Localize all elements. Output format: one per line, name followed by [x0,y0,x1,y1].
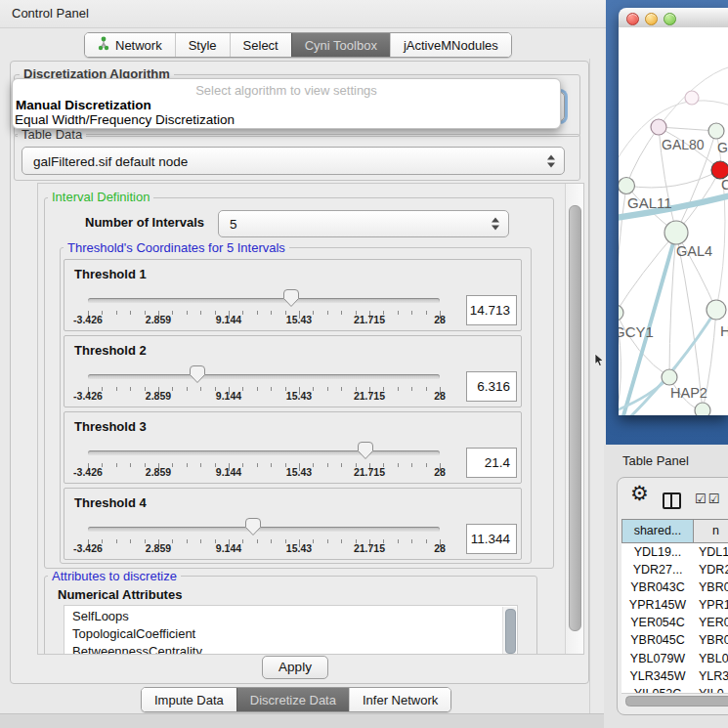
popup-option-manual-discretization[interactable]: Manual Discretization [16,98,151,112]
network-node[interactable] [664,221,688,244]
cell: YLR345W [621,667,694,685]
cell: YBR043C [621,578,694,596]
numerical-attributes-list[interactable]: SelfLoops TopologicalCoefficient Between… [64,605,518,655]
interval-definition-group-title: Interval Definition [48,190,153,204]
tab-select[interactable]: Select [230,33,291,57]
network-node[interactable] [651,119,666,135]
table-row[interactable]: YDR27...YDR2 [621,561,728,578]
table-rows: YDL19...YDL1 YDR27...YDR2 YBR043CYBR0 YP… [621,543,728,693]
slider-ticks: -3.4262.8599.14415.4321.71528 [64,412,521,483]
table-panel-body: ⚙ ☑☑ shared... n YDL19...YDL1 YDR27...YD… [617,477,728,715]
threshold-value-field[interactable]: 6.316 [466,371,517,402]
table-panel-title: Table Panel [622,453,689,468]
minimize-traffic-light-icon[interactable] [645,13,658,25]
screen: Control Panel Network Style Select Cyni … [0,0,728,728]
popup-hint-text: Select algorithm to view settings [13,83,560,98]
mouse-cursor [594,353,606,367]
split-view-icon[interactable] [663,492,681,509]
cell: YIL0 [694,685,728,693]
threshold-value-field[interactable]: 21.4 [466,448,517,478]
table-row[interactable]: YBR045CYBR0 [621,631,728,649]
vertical-scrollbar[interactable] [565,184,583,654]
tab-network[interactable]: Network [85,33,175,57]
cell: YDR2 [694,561,728,578]
tab-label: Select [243,38,278,53]
tab-cyni-toolbox[interactable]: Cyni Toolbox [291,33,390,57]
table-row[interactable]: YBL079WYBL0 [621,650,728,667]
close-traffic-light-icon[interactable] [626,13,639,25]
threshold-value-field[interactable]: 14.713 [466,295,517,325]
network-edge[interactable] [659,127,716,131]
tab-label: Infer Network [363,693,438,707]
network-edge[interactable] [676,233,703,410]
network-node[interactable] [695,403,710,415]
node-label: GCY1 [619,323,654,340]
list-scrollbar[interactable] [502,607,516,655]
network-node[interactable] [708,123,724,139]
threshold-box: Threshold 4 -3.4262.8599.14415.4321.7152… [64,488,522,560]
cell: YDL1 [694,543,728,561]
window-title: Control Panel [12,6,89,21]
table-data-select[interactable]: galFiltered.sif default node [21,147,565,175]
slider-ticks: -3.4262.8599.14415.4321.71528 [64,489,521,559]
node-label: H [720,322,728,339]
tab-style[interactable]: Style [175,33,230,57]
table-row[interactable]: YDL19...YDL1 [621,543,728,561]
cell: YLR3 [694,667,728,685]
network-node[interactable] [662,369,677,385]
network-node[interactable] [685,91,699,105]
network-edge[interactable] [716,131,725,310]
network-view-frame: GAL80GACGAL11GAL4GCY1HHAP2 [606,0,728,445]
table-panel: Table Panel ⚙ ☑☑ shared... n YDL19...YDL… [604,445,728,728]
apply-button[interactable]: Apply [262,656,328,679]
threshold-box: Threshold 3 -3.4262.8599.14415.4321.7152… [64,411,522,484]
settings-scroll-viewport: Interval Definition Number of Intervals … [37,183,584,655]
table-row[interactable]: YIL052CYIL0 [621,685,728,693]
gear-icon[interactable]: ⚙ [630,482,649,505]
network-node[interactable] [619,178,635,194]
network-canvas[interactable]: GAL80GACGAL11GAL4GCY1HHAP2 [619,27,728,415]
network-edge[interactable] [619,186,626,313]
threshold-slider-thumb[interactable] [189,364,206,384]
list-item[interactable]: TopologicalCoefficient [64,625,517,643]
threshold-value-field[interactable]: 11.344 [466,524,517,554]
list-scrollbar-thumb[interactable] [505,609,516,654]
tab-jactivemnodules[interactable]: jActiveMNodules [390,33,511,57]
number-of-intervals-select[interactable]: 5 [218,210,509,237]
threshold-slider-thumb[interactable] [357,441,374,460]
table-row[interactable]: YBR043CYBR0 [621,578,728,596]
node-label: GAL11 [627,194,672,211]
table-row[interactable]: YLR345WYLR3 [621,667,728,685]
cell: YER0 [694,614,728,631]
column-header-name[interactable]: n [694,519,728,543]
vertical-scrollbar-thumb[interactable] [569,205,581,631]
horizontal-scrollbar[interactable] [621,693,728,707]
popup-option-equal-width-frequency[interactable]: Equal Width/Frequency Discretization [15,112,235,127]
network-edge[interactable] [626,127,659,186]
cell: YDL19... [621,543,694,561]
threshold-slider-thumb[interactable] [244,517,262,536]
network-edge[interactable] [626,170,720,188]
network-tree-icon [98,36,109,54]
zoom-traffic-light-icon[interactable] [664,13,676,25]
network-node[interactable] [707,300,726,320]
status-strip [0,713,606,728]
cell: YBL079W [621,650,694,667]
table-row[interactable]: YER054CYER0 [621,614,728,631]
tab-discretize-data[interactable]: Discretize Data [236,688,349,711]
list-item[interactable]: BetweennessCentrality [64,643,517,655]
tab-infer-network[interactable]: Infer Network [349,688,450,711]
network-edge[interactable] [619,233,676,313]
horizontal-scrollbar-thumb[interactable] [625,696,728,707]
network-node[interactable] [619,305,623,321]
cell: YER054C [621,614,694,631]
column-checkbox-icons[interactable]: ☑☑ [695,492,721,506]
control-panel-tabbar: Network Style Select Cyni Toolbox jActiv… [84,32,512,58]
list-item[interactable]: SelfLoops [64,606,517,625]
tab-impute-data[interactable]: Impute Data [142,688,236,711]
network-window: GAL80GACGAL11GAL4GCY1HHAP2 [619,8,728,415]
threshold-slider-thumb[interactable] [282,288,300,308]
panel-divider [589,59,590,713]
column-header-shared[interactable]: shared... [621,519,694,543]
table-row[interactable]: YPR145WYPR1 [621,596,728,614]
